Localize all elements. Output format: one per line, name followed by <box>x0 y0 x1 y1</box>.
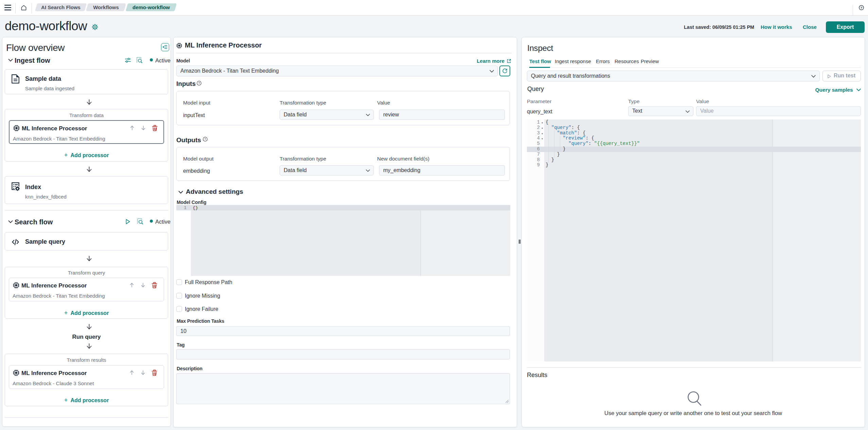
svg-text:?: ? <box>204 137 206 141</box>
svg-text:?: ? <box>861 6 863 10</box>
svg-text:?: ? <box>198 81 200 85</box>
